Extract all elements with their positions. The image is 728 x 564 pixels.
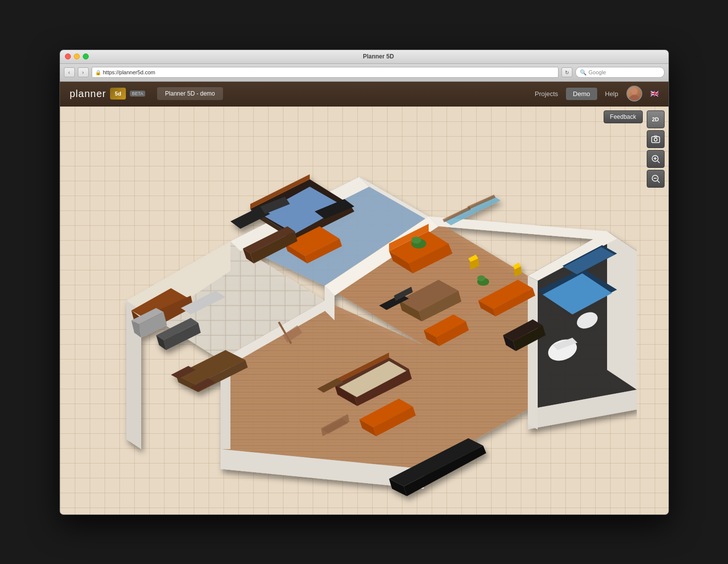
traffic-lights	[65, 53, 89, 59]
svg-point-1	[629, 95, 639, 101]
back-button[interactable]: ‹	[64, 67, 75, 77]
svg-marker-38	[528, 276, 538, 429]
language-flag[interactable]: 🇬🇧	[650, 90, 659, 98]
header-nav: Projects Demo Help 🇬🇧	[535, 86, 658, 102]
nav-projects[interactable]: Projects	[535, 90, 558, 98]
window-title: Planner 5D	[94, 53, 664, 60]
house-group	[126, 174, 637, 496]
titlebar: Planner 5D	[60, 50, 669, 64]
logo-area: planner 5d beta	[70, 88, 146, 100]
svg-point-0	[631, 88, 637, 95]
maximize-button[interactable]	[83, 53, 89, 59]
logo-box: 5d	[110, 88, 126, 100]
nav-demo[interactable]: Demo	[566, 88, 597, 100]
browser-toolbar: ‹ › 🔒 https://planner5d.com ↻ 🔍 Google	[60, 64, 669, 82]
security-icon: 🔒	[95, 70, 101, 75]
minimize-button[interactable]	[74, 53, 80, 59]
forward-button[interactable]: ›	[78, 67, 89, 77]
canvas-area[interactable]: Feedback 2D	[60, 106, 669, 514]
url-text: https://planner5d.com	[103, 69, 156, 75]
close-button[interactable]	[65, 53, 71, 59]
search-bar[interactable]: 🔍 Google	[575, 67, 665, 78]
logo-text: planner	[70, 88, 107, 100]
svg-point-84	[411, 237, 421, 244]
reload-button[interactable]: ↻	[561, 67, 572, 77]
floorplan-svg	[92, 112, 637, 509]
browser-window: Planner 5D ‹ › 🔒 https://planner5d.com ↻…	[59, 50, 669, 515]
avatar[interactable]	[626, 86, 642, 102]
floorplan-container	[60, 106, 669, 514]
app-header: planner 5d beta Planner 5D - demo Projec…	[60, 82, 669, 106]
nav-help[interactable]: Help	[605, 90, 618, 98]
search-placeholder: Google	[589, 69, 606, 75]
search-icon: 🔍	[580, 69, 587, 76]
svg-point-100	[477, 275, 485, 281]
project-tab[interactable]: Planner 5D - demo	[157, 87, 223, 100]
address-bar[interactable]: 🔒 https://planner5d.com	[92, 67, 559, 78]
beta-badge: beta	[130, 91, 145, 97]
